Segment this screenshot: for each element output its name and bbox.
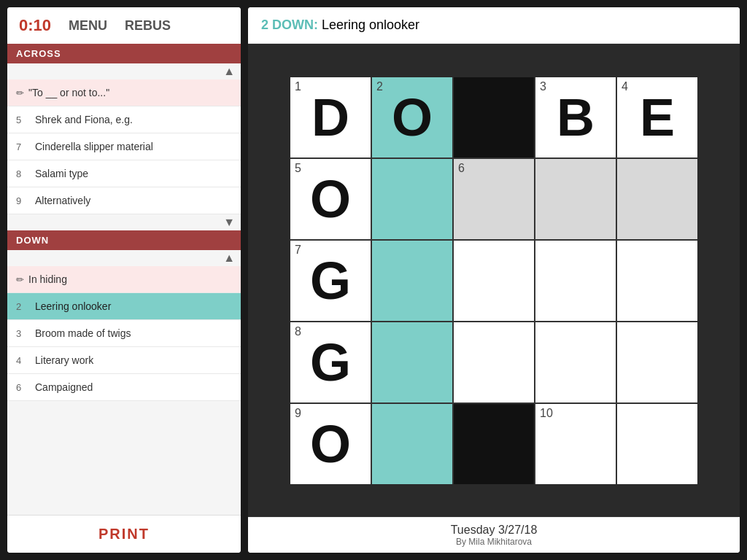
across-clue-1[interactable]: ✏ "To __ or not to..." xyxy=(7,79,241,106)
down-clue-1[interactable]: ✏ In hiding xyxy=(7,266,241,293)
cell-0-1[interactable]: 2 O xyxy=(372,77,452,158)
cell-1-3[interactable] xyxy=(535,159,616,239)
cell-3-4[interactable] xyxy=(617,322,697,402)
cell-0-2 xyxy=(454,77,534,158)
crossword-area: 1 D 2 O 3 B 4 E 5 O xyxy=(248,44,740,517)
down-section-header: DOWN xyxy=(7,230,241,250)
footer-author: By Mila Mikhitarova xyxy=(254,537,734,547)
across-clue-8[interactable]: 8 Salami type xyxy=(7,160,241,187)
cell-4-2 xyxy=(454,404,534,484)
print-button[interactable]: PRINT xyxy=(98,526,150,542)
crossword-grid: 1 D 2 O 3 B 4 E 5 O xyxy=(290,77,697,484)
cell-2-4[interactable] xyxy=(617,241,697,321)
cell-4-4[interactable] xyxy=(617,404,697,484)
pencil-icon: ✏ xyxy=(16,88,24,98)
across-clue-9[interactable]: 9 Alternatively xyxy=(7,187,241,214)
scroll-up-down[interactable]: ▲ xyxy=(223,252,235,265)
down-clue-6[interactable]: 6 Campaigned xyxy=(7,374,241,401)
cell-0-0[interactable]: 1 D xyxy=(290,77,371,158)
cell-0-3[interactable]: 3 B xyxy=(535,77,616,158)
cell-4-3[interactable]: 10 xyxy=(535,404,616,484)
menu-button[interactable]: MENU xyxy=(69,18,107,34)
rebus-button[interactable]: REBUS xyxy=(125,18,171,34)
cell-4-1[interactable] xyxy=(372,404,452,484)
footer-bar: Tuesday 3/27/18 By Mila Mikhitarova xyxy=(248,517,740,553)
scroll-up-across[interactable]: ▲ xyxy=(223,65,235,78)
cell-2-3[interactable] xyxy=(535,241,616,321)
cell-0-4[interactable]: 4 E xyxy=(617,77,697,158)
cell-3-3[interactable] xyxy=(535,322,616,402)
cell-1-0[interactable]: 5 O xyxy=(290,159,371,239)
across-clue-7[interactable]: 7 Cinderella slipper material xyxy=(7,133,241,160)
print-bar: PRINT xyxy=(7,515,241,553)
across-clue-5[interactable]: 5 Shrek and Fiona, e.g. xyxy=(7,106,241,133)
scroll-down-across[interactable]: ▼ xyxy=(223,216,235,229)
right-panel: 2 DOWN: Leering onlooker 1 D 2 O 3 B xyxy=(248,7,740,553)
footer-date: Tuesday 3/27/18 xyxy=(254,524,734,537)
cell-1-2[interactable]: 6 xyxy=(454,159,534,239)
clue-list: ACROSS ▲ ✏ "To __ or not to..." 5 Shrek … xyxy=(7,44,241,515)
down-clue-3[interactable]: 3 Broom made of twigs xyxy=(7,320,241,347)
cell-1-1[interactable] xyxy=(372,159,452,239)
timer: 0:10 xyxy=(19,16,51,35)
active-clue-header: 2 DOWN: Leering onlooker xyxy=(248,7,740,44)
top-bar: 0:10 MENU REBUS xyxy=(7,7,241,44)
left-panel: 0:10 MENU REBUS ACROSS ▲ ✏ "To __ or not… xyxy=(7,7,241,553)
cell-3-0[interactable]: 8 G xyxy=(290,322,371,402)
cell-1-4[interactable] xyxy=(617,159,697,239)
active-clue-ref: 2 DOWN: xyxy=(261,18,318,32)
down-clue-2[interactable]: 2 Leering onlooker xyxy=(7,293,241,320)
active-clue-text: Leering onlooker xyxy=(322,18,419,32)
cell-2-1[interactable] xyxy=(372,241,452,321)
pencil-icon-2: ✏ xyxy=(16,274,24,285)
cell-3-2[interactable] xyxy=(454,322,534,402)
cell-2-2[interactable] xyxy=(454,241,534,321)
cell-3-1[interactable] xyxy=(372,322,452,402)
down-clue-4[interactable]: 4 Literary work xyxy=(7,347,241,374)
cell-2-0[interactable]: 7 G xyxy=(290,241,371,321)
cell-4-0[interactable]: 9 O xyxy=(290,404,371,484)
across-section-header: ACROSS xyxy=(7,44,241,63)
